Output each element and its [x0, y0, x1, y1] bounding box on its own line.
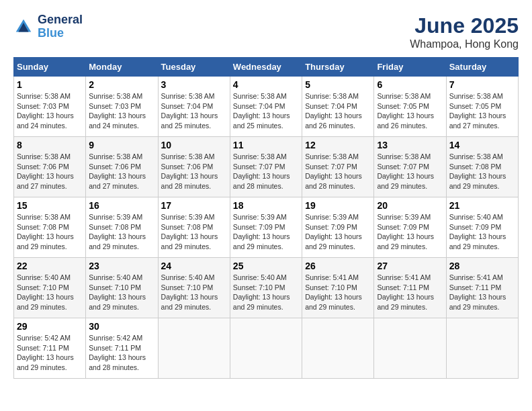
calendar-cell: 22 Sunrise: 5:40 AMSunset: 7:10 PMDaylig… — [14, 258, 86, 318]
day-number: 17 — [161, 200, 227, 211]
day-number: 18 — [233, 200, 299, 211]
day-info: Sunrise: 5:38 AMSunset: 7:06 PMDaylight:… — [17, 152, 74, 190]
day-info: Sunrise: 5:38 AMSunset: 7:03 PMDaylight:… — [17, 92, 74, 130]
calendar-cell: 13 Sunrise: 5:38 AMSunset: 7:07 PMDaylig… — [374, 137, 446, 197]
calendar-cell: 10 Sunrise: 5:38 AMSunset: 7:06 PMDaylig… — [158, 137, 230, 197]
day-info: Sunrise: 5:38 AMSunset: 7:05 PMDaylight:… — [449, 92, 506, 130]
calendar-cell: 16 Sunrise: 5:39 AMSunset: 7:08 PMDaylig… — [86, 197, 158, 258]
weekday-header: Monday — [86, 58, 158, 77]
day-number: 24 — [161, 261, 227, 271]
day-number: 19 — [305, 200, 371, 211]
calendar-cell: 2 Sunrise: 5:38 AMSunset: 7:03 PMDayligh… — [86, 77, 158, 137]
calendar-cell: 9 Sunrise: 5:38 AMSunset: 7:06 PMDayligh… — [86, 137, 158, 197]
calendar-cell — [158, 318, 230, 379]
calendar-week-row: 15 Sunrise: 5:38 AMSunset: 7:08 PMDaylig… — [14, 197, 519, 258]
day-info: Sunrise: 5:40 AMSunset: 7:10 PMDaylight:… — [161, 273, 218, 311]
logo-line2: Blue — [38, 27, 83, 40]
calendar-cell — [446, 318, 518, 379]
calendar-cell: 3 Sunrise: 5:38 AMSunset: 7:04 PMDayligh… — [158, 77, 230, 137]
title-area: June 2025 Whampoa, Hong Kong — [410, 13, 519, 50]
day-number: 10 — [161, 140, 227, 150]
weekday-header: Wednesday — [230, 58, 302, 77]
location-title: Whampoa, Hong Kong — [410, 38, 519, 50]
day-info: Sunrise: 5:38 AMSunset: 7:07 PMDaylight:… — [233, 152, 290, 190]
day-number: 7 — [449, 79, 515, 90]
day-info: Sunrise: 5:42 AMSunset: 7:11 PMDaylight:… — [17, 334, 74, 371]
calendar-cell: 25 Sunrise: 5:40 AMSunset: 7:10 PMDaylig… — [230, 258, 302, 318]
day-info: Sunrise: 5:41 AMSunset: 7:11 PMDaylight:… — [377, 273, 434, 311]
day-number: 5 — [305, 79, 371, 90]
day-number: 4 — [233, 79, 299, 90]
day-info: Sunrise: 5:38 AMSunset: 7:03 PMDaylight:… — [89, 92, 146, 130]
day-number: 16 — [89, 200, 154, 211]
calendar-cell: 21 Sunrise: 5:40 AMSunset: 7:09 PMDaylig… — [446, 197, 518, 258]
day-number: 28 — [449, 261, 515, 271]
day-number: 1 — [17, 79, 83, 90]
calendar-week-row: 8 Sunrise: 5:38 AMSunset: 7:06 PMDayligh… — [14, 137, 519, 197]
day-info: Sunrise: 5:38 AMSunset: 7:04 PMDaylight:… — [305, 92, 362, 130]
weekday-header: Sunday — [14, 58, 86, 77]
day-info: Sunrise: 5:41 AMSunset: 7:10 PMDaylight:… — [305, 273, 362, 311]
calendar-cell: 14 Sunrise: 5:38 AMSunset: 7:08 PMDaylig… — [446, 137, 518, 197]
calendar-cell: 20 Sunrise: 5:39 AMSunset: 7:09 PMDaylig… — [374, 197, 446, 258]
weekday-header: Saturday — [446, 58, 518, 77]
calendar-cell: 6 Sunrise: 5:38 AMSunset: 7:05 PMDayligh… — [374, 77, 446, 137]
day-info: Sunrise: 5:38 AMSunset: 7:04 PMDaylight:… — [233, 92, 290, 130]
calendar-cell: 29 Sunrise: 5:42 AMSunset: 7:11 PMDaylig… — [14, 318, 86, 379]
day-info: Sunrise: 5:40 AMSunset: 7:10 PMDaylight:… — [89, 273, 146, 311]
day-info: Sunrise: 5:39 AMSunset: 7:09 PMDaylight:… — [377, 213, 434, 250]
day-number: 22 — [17, 261, 83, 271]
day-number: 12 — [305, 140, 371, 150]
day-number: 27 — [377, 261, 443, 271]
day-info: Sunrise: 5:40 AMSunset: 7:10 PMDaylight:… — [233, 273, 290, 311]
day-number: 21 — [449, 200, 515, 211]
logo-icon — [13, 17, 34, 37]
day-number: 29 — [17, 321, 83, 332]
day-number: 15 — [17, 200, 83, 211]
day-info: Sunrise: 5:38 AMSunset: 7:07 PMDaylight:… — [377, 152, 434, 190]
day-info: Sunrise: 5:40 AMSunset: 7:10 PMDaylight:… — [17, 273, 74, 311]
calendar-cell: 27 Sunrise: 5:41 AMSunset: 7:11 PMDaylig… — [374, 258, 446, 318]
calendar-table: SundayMondayTuesdayWednesdayThursdayFrid… — [13, 57, 519, 379]
calendar-cell: 24 Sunrise: 5:40 AMSunset: 7:10 PMDaylig… — [158, 258, 230, 318]
day-number: 11 — [233, 140, 299, 150]
logo-line1: General — [38, 13, 83, 27]
day-info: Sunrise: 5:41 AMSunset: 7:11 PMDaylight:… — [449, 273, 506, 311]
calendar-week-row: 22 Sunrise: 5:40 AMSunset: 7:10 PMDaylig… — [14, 258, 519, 318]
calendar-cell: 23 Sunrise: 5:40 AMSunset: 7:10 PMDaylig… — [86, 258, 158, 318]
day-info: Sunrise: 5:38 AMSunset: 7:07 PMDaylight:… — [305, 152, 362, 190]
calendar-week-row: 29 Sunrise: 5:42 AMSunset: 7:11 PMDaylig… — [14, 318, 519, 379]
calendar-cell: 19 Sunrise: 5:39 AMSunset: 7:09 PMDaylig… — [302, 197, 374, 258]
calendar-cell: 28 Sunrise: 5:41 AMSunset: 7:11 PMDaylig… — [446, 258, 518, 318]
day-info: Sunrise: 5:38 AMSunset: 7:08 PMDaylight:… — [449, 152, 506, 190]
day-number: 8 — [17, 140, 83, 150]
page-header: General Blue June 2025 Whampoa, Hong Kon… — [13, 13, 519, 50]
day-number: 20 — [377, 200, 443, 211]
calendar-header-row: SundayMondayTuesdayWednesdayThursdayFrid… — [14, 58, 519, 77]
logo-text: General Blue — [38, 13, 83, 40]
day-number: 23 — [89, 261, 154, 271]
day-info: Sunrise: 5:42 AMSunset: 7:11 PMDaylight:… — [89, 334, 146, 371]
day-number: 9 — [89, 140, 154, 150]
calendar-cell: 4 Sunrise: 5:38 AMSunset: 7:04 PMDayligh… — [230, 77, 302, 137]
day-number: 14 — [449, 140, 515, 150]
day-info: Sunrise: 5:38 AMSunset: 7:04 PMDaylight:… — [161, 92, 218, 130]
day-number: 2 — [89, 79, 154, 90]
day-info: Sunrise: 5:39 AMSunset: 7:09 PMDaylight:… — [305, 213, 362, 250]
calendar-cell: 8 Sunrise: 5:38 AMSunset: 7:06 PMDayligh… — [14, 137, 86, 197]
day-info: Sunrise: 5:38 AMSunset: 7:06 PMDaylight:… — [89, 152, 146, 190]
calendar-cell: 17 Sunrise: 5:39 AMSunset: 7:08 PMDaylig… — [158, 197, 230, 258]
day-number: 26 — [305, 261, 371, 271]
weekday-header: Tuesday — [158, 58, 230, 77]
weekday-header: Thursday — [302, 58, 374, 77]
day-number: 30 — [89, 321, 154, 332]
day-info: Sunrise: 5:39 AMSunset: 7:08 PMDaylight:… — [89, 213, 146, 250]
logo: General Blue — [13, 13, 83, 40]
calendar-cell: 7 Sunrise: 5:38 AMSunset: 7:05 PMDayligh… — [446, 77, 518, 137]
day-info: Sunrise: 5:38 AMSunset: 7:05 PMDaylight:… — [377, 92, 434, 130]
calendar-cell: 12 Sunrise: 5:38 AMSunset: 7:07 PMDaylig… — [302, 137, 374, 197]
calendar-cell — [374, 318, 446, 379]
calendar-cell — [230, 318, 302, 379]
day-number: 25 — [233, 261, 299, 271]
day-info: Sunrise: 5:38 AMSunset: 7:06 PMDaylight:… — [161, 152, 218, 190]
